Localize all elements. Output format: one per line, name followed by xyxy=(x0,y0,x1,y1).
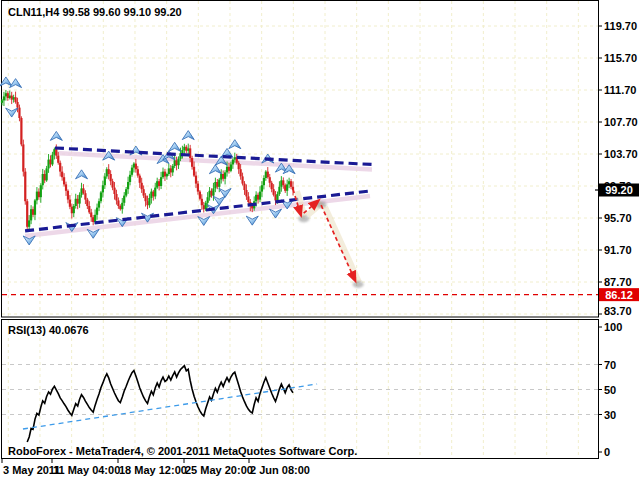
candle-body xyxy=(55,149,57,155)
candle-body xyxy=(197,184,199,192)
time-axis: 3 May 201111 May 04:0018 May 12:0025 May… xyxy=(2,459,310,476)
candle-body xyxy=(61,172,63,178)
candle-body xyxy=(100,192,102,201)
target-price-value: 86.12 xyxy=(605,289,633,301)
candle-body xyxy=(30,209,32,220)
candle-body xyxy=(63,177,65,184)
arrow-tip-shadow xyxy=(298,215,309,222)
candle-body xyxy=(271,183,273,189)
candle-body xyxy=(84,193,86,199)
candle-body xyxy=(7,93,9,98)
candle-body xyxy=(220,174,222,180)
candle-body xyxy=(226,167,228,173)
candle-body xyxy=(274,195,276,201)
candle-body xyxy=(94,215,96,222)
candle-body xyxy=(32,209,34,215)
candle-body xyxy=(201,199,203,205)
candle-body xyxy=(238,163,240,169)
candle-body xyxy=(73,206,75,213)
candle-body xyxy=(113,188,115,194)
price-axis-label: 111.70 xyxy=(604,84,636,96)
candle-body xyxy=(51,155,53,165)
candle-body xyxy=(46,168,48,180)
candle-body xyxy=(265,172,267,178)
date-label: 25 May 20:00 xyxy=(185,464,253,476)
candle-body xyxy=(185,147,187,151)
candle-body xyxy=(123,196,125,203)
candle-body xyxy=(203,205,205,209)
candle-body xyxy=(290,181,292,187)
candle-body xyxy=(80,188,82,194)
candle-body xyxy=(28,220,30,226)
candle-body xyxy=(257,195,259,200)
candle-body xyxy=(1,100,3,102)
candle-body xyxy=(288,181,290,184)
candle-body xyxy=(191,158,193,167)
price-axis-label: 103.70 xyxy=(604,148,638,160)
candle-body xyxy=(11,96,13,100)
candle-body xyxy=(183,147,185,150)
candle-body xyxy=(96,208,98,215)
candle-body xyxy=(193,167,195,176)
rsi-indicator-label: RSI(13) 40.0676 xyxy=(8,324,89,336)
candle-body xyxy=(154,188,156,197)
candle-body xyxy=(255,195,257,201)
main-plot-area[interactable] xyxy=(2,1,599,318)
candle-body xyxy=(214,182,216,188)
rsi-axis-label: 0 xyxy=(604,446,610,458)
candle-body xyxy=(36,192,38,201)
candle-body xyxy=(146,201,148,205)
candle-body xyxy=(139,176,141,183)
copyright-text: RoboForex - MetaTrader4, © 2001-2011 Met… xyxy=(8,445,357,457)
candle-body xyxy=(245,190,247,196)
candle-body xyxy=(143,189,145,195)
candle-body xyxy=(174,160,176,166)
candle-body xyxy=(232,160,234,165)
price-axis-label: 95.70 xyxy=(604,212,632,224)
candle-body xyxy=(117,200,119,206)
rsi-axis-label: 50 xyxy=(604,384,616,396)
candle-body xyxy=(86,200,88,206)
date-label: 18 May 12:00 xyxy=(119,464,187,476)
candle-body xyxy=(195,176,197,184)
candle-body xyxy=(286,184,288,190)
candle-body xyxy=(168,168,170,174)
candle-body xyxy=(34,200,36,214)
candle-body xyxy=(212,188,214,195)
candle-body xyxy=(210,191,212,196)
candle-body xyxy=(106,169,108,176)
candle-body xyxy=(69,200,71,207)
candle-body xyxy=(218,180,220,187)
current-price-badge: 99.20 xyxy=(595,184,639,197)
candle-body xyxy=(129,175,131,182)
price-axis: 119.70115.70111.70107.70103.7099.7095.70… xyxy=(598,20,638,317)
candle-body xyxy=(263,178,265,185)
candle-body xyxy=(259,192,261,200)
candle-body xyxy=(152,192,154,197)
candle-body xyxy=(158,181,160,186)
candle-body xyxy=(24,172,26,202)
candle-body xyxy=(241,176,243,183)
candle-body xyxy=(208,191,210,197)
candle-body xyxy=(115,194,117,200)
candle-body xyxy=(267,172,269,178)
candle-body xyxy=(38,192,40,198)
candle-body xyxy=(67,191,69,200)
candle-body xyxy=(49,160,51,165)
candle-body xyxy=(141,183,143,189)
candle-body xyxy=(40,185,42,197)
candle-body xyxy=(251,206,253,208)
candle-body xyxy=(177,159,179,165)
candle-body xyxy=(205,203,207,209)
candle-body xyxy=(82,188,84,193)
candle-body xyxy=(102,185,104,192)
chart-title: CLN11,H4 99.58 99.60 99.10 99.20 xyxy=(8,6,182,18)
date-label: 3 May 2011 xyxy=(3,464,61,476)
candle-body xyxy=(47,160,49,169)
candle-body xyxy=(75,199,77,206)
candle-body xyxy=(144,196,146,202)
candle-body xyxy=(13,97,15,99)
candle-body xyxy=(135,164,137,170)
candle-body xyxy=(65,184,67,190)
candle-body xyxy=(22,144,24,171)
